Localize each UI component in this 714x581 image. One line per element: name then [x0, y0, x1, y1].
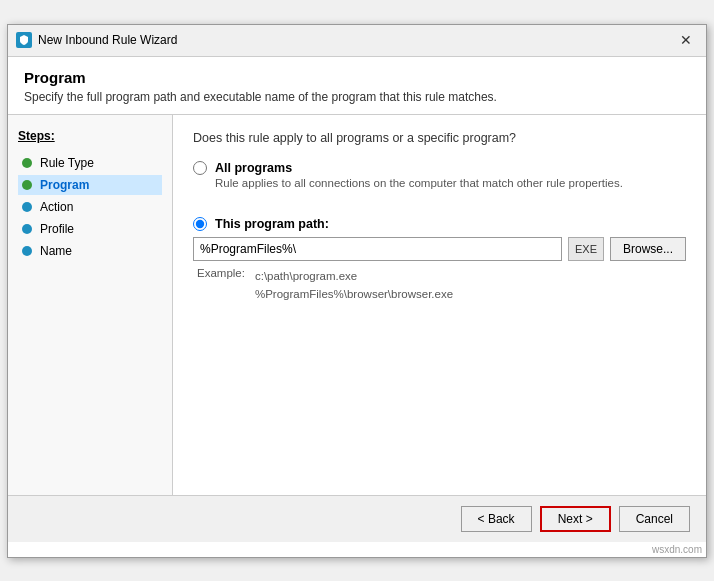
example-label: Example:: [197, 267, 245, 304]
all-programs-label[interactable]: All programs: [215, 161, 292, 175]
back-button[interactable]: < Back: [461, 506, 532, 532]
page-description: Specify the full program path and execut…: [24, 90, 690, 104]
exe-badge: EXE: [568, 237, 604, 261]
path-input-row: EXE Browse...: [193, 237, 686, 261]
app-icon: [16, 32, 32, 48]
content-panel: Does this rule apply to all programs or …: [173, 115, 706, 495]
question-text: Does this rule apply to all programs or …: [193, 131, 686, 145]
step-dot-action: [22, 202, 32, 212]
title-bar: New Inbound Rule Wizard ✕: [8, 25, 706, 57]
step-label-name: Name: [40, 244, 72, 258]
step-dot-name: [22, 246, 32, 256]
steps-label: Steps:: [18, 129, 162, 143]
radio-this-program[interactable]: [193, 217, 207, 231]
step-label-program: Program: [40, 178, 89, 192]
step-program: Program: [18, 175, 162, 195]
dialog-window: New Inbound Rule Wizard ✕ Program Specif…: [7, 24, 707, 558]
dialog-title: New Inbound Rule Wizard: [38, 33, 674, 47]
dialog-body: Steps: Rule Type Program Action Profile …: [8, 115, 706, 495]
cancel-button[interactable]: Cancel: [619, 506, 690, 532]
step-action: Action: [18, 197, 162, 217]
step-rule-type: Rule Type: [18, 153, 162, 173]
option-this-program: This program path: EXE Browse... Example…: [193, 217, 686, 304]
next-button[interactable]: Next >: [540, 506, 611, 532]
steps-panel: Steps: Rule Type Program Action Profile …: [8, 115, 173, 495]
option-all-programs: All programs Rule applies to all connect…: [193, 161, 686, 189]
step-dot-program: [22, 180, 32, 190]
step-dot-rule-type: [22, 158, 32, 168]
step-profile: Profile: [18, 219, 162, 239]
example-row: Example: c:\path\program.exe%ProgramFile…: [197, 267, 686, 304]
dialog-header: Program Specify the full program path an…: [8, 57, 706, 115]
program-path-input[interactable]: [193, 237, 562, 261]
all-programs-description: Rule applies to all connections on the c…: [215, 177, 686, 189]
watermark: wsxdn.com: [8, 542, 706, 557]
step-label-profile: Profile: [40, 222, 74, 236]
browse-button[interactable]: Browse...: [610, 237, 686, 261]
page-title: Program: [24, 69, 690, 86]
option-group: All programs Rule applies to all connect…: [193, 161, 686, 304]
dialog-footer: < Back Next > Cancel: [8, 495, 706, 542]
radio-all-programs[interactable]: [193, 161, 207, 175]
close-button[interactable]: ✕: [674, 30, 698, 50]
step-name: Name: [18, 241, 162, 261]
step-label-action: Action: [40, 200, 73, 214]
this-program-label[interactable]: This program path:: [215, 217, 329, 231]
step-label-rule-type: Rule Type: [40, 156, 94, 170]
example-text: c:\path\program.exe%ProgramFiles%\browse…: [255, 267, 453, 304]
step-dot-profile: [22, 224, 32, 234]
